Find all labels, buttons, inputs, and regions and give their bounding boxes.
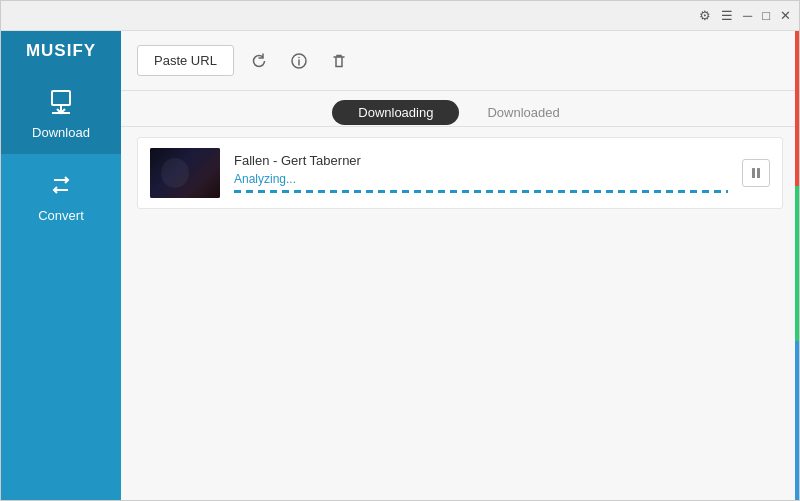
progress-bar-container: [234, 190, 728, 194]
maximize-icon[interactable]: □: [762, 8, 770, 23]
app-window: ⚙ ☰ ─ □ ✕ MUSIFY Download: [0, 0, 800, 501]
info-button[interactable]: [284, 46, 314, 76]
thumbnail: [150, 148, 220, 198]
main-layout: MUSIFY Download: [1, 31, 799, 500]
sidebar-item-download[interactable]: Download: [1, 71, 121, 154]
svg-rect-6: [757, 168, 760, 178]
delete-button[interactable]: [324, 46, 354, 76]
download-label: Download: [32, 125, 90, 140]
tab-downloading[interactable]: Downloading: [332, 100, 459, 125]
sidebar: MUSIFY Download: [1, 31, 121, 500]
paste-url-button[interactable]: Paste URL: [137, 45, 234, 76]
pause-button[interactable]: [742, 159, 770, 187]
refresh-button[interactable]: [244, 46, 274, 76]
item-status: Analyzing...: [234, 172, 728, 186]
svg-point-4: [298, 56, 300, 58]
app-logo: MUSIFY: [1, 31, 121, 71]
tab-downloaded[interactable]: Downloaded: [459, 99, 587, 126]
menu-icon[interactable]: ☰: [721, 8, 733, 23]
item-title: Fallen - Gert Taberner: [234, 153, 728, 168]
sidebar-item-convert[interactable]: Convert: [1, 154, 121, 237]
svg-rect-5: [752, 168, 755, 178]
toolbar: Paste URL: [121, 31, 799, 91]
minimize-icon[interactable]: ─: [743, 8, 752, 23]
svg-rect-0: [52, 91, 70, 105]
settings-icon[interactable]: ⚙: [699, 8, 711, 23]
close-icon[interactable]: ✕: [780, 8, 791, 23]
convert-icon: [48, 172, 74, 202]
download-list: Fallen - Gert Taberner Analyzing...: [121, 127, 799, 500]
content-area: Paste URL: [121, 31, 799, 500]
item-info: Fallen - Gert Taberner Analyzing...: [234, 153, 728, 194]
table-row: Fallen - Gert Taberner Analyzing...: [137, 137, 783, 209]
convert-label: Convert: [38, 208, 84, 223]
title-bar: ⚙ ☰ ─ □ ✕: [1, 1, 799, 31]
side-accent: [795, 31, 799, 500]
tabs-bar: Downloading Downloaded: [121, 91, 799, 127]
title-bar-controls: ⚙ ☰ ─ □ ✕: [699, 8, 791, 23]
progress-bar: [234, 190, 728, 193]
download-icon: [48, 89, 74, 119]
